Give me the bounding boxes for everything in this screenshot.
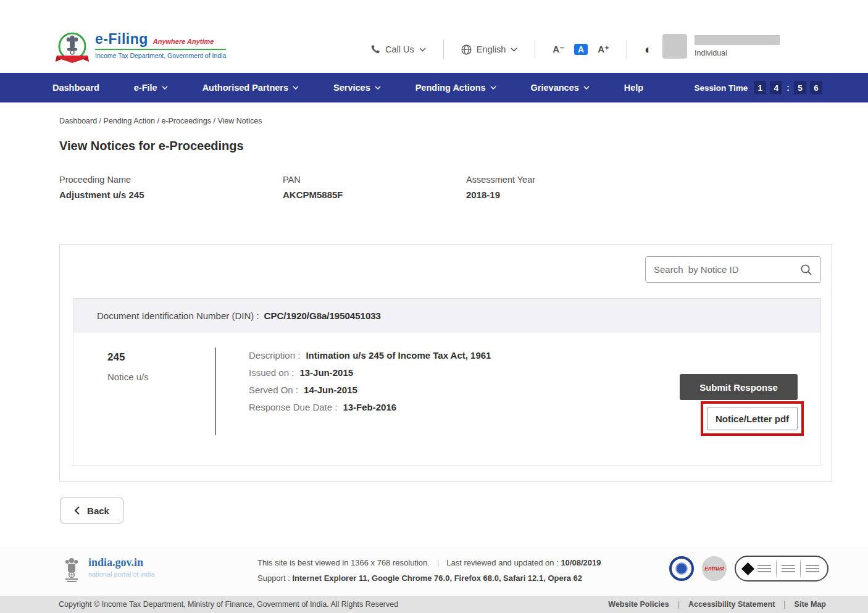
call-us-menu[interactable]: Call Us <box>370 44 426 54</box>
nav-item-help[interactable]: Help <box>624 83 643 93</box>
footer-divider: | <box>437 558 439 567</box>
contrast-toggle-icon[interactable]: ◐ <box>645 43 652 57</box>
india-emblem-icon <box>62 556 81 583</box>
detail-row-served-on: Served On : 14-Jun-2015 <box>249 385 491 402</box>
india-gov-portal[interactable]: india.gov.in national portal of india <box>62 556 155 583</box>
session-digit: 1 <box>754 81 766 94</box>
nav-item-dashboard[interactable]: Dashboard <box>52 83 99 93</box>
chevron-down-icon <box>293 86 299 90</box>
efiling-logo[interactable]: e-Filing Anywhere Anytime Income Tax Dep… <box>56 31 226 68</box>
language-label: English <box>477 44 506 54</box>
iso-cert-badges-icon <box>735 556 828 582</box>
chevron-down-icon <box>419 48 426 52</box>
header-utilities: Call Us English A⁻ A A⁺ ◐ <box>370 37 652 62</box>
assessment-year-value: 2018-19 <box>466 190 535 200</box>
link-separator: | <box>783 600 785 609</box>
vertical-divider <box>215 348 216 435</box>
chevron-down-icon <box>375 86 381 90</box>
notice-section-number: 245 <box>107 351 125 364</box>
pan-value: AKCPM5885F <box>283 190 466 200</box>
call-us-label: Call Us <box>385 44 414 54</box>
copyright-text: Copyright © Income Tax Department, Minis… <box>59 600 608 609</box>
page-title: View Notices for e-Proceedings <box>59 139 244 153</box>
phone-icon <box>370 44 380 54</box>
header: e-Filing Anywhere Anytime Income Tax Dep… <box>0 0 868 73</box>
proceeding-name-field: Proceeding Name Adjustment u/s 245 <box>59 175 283 200</box>
footer-line-1: This site is best viewed in 1366 x 768 r… <box>257 555 601 570</box>
nav-item-services[interactable]: Services <box>333 83 381 93</box>
brand-tagline: Anywhere Anytime <box>153 38 214 45</box>
divider <box>443 40 444 59</box>
session-time-label: Session Time <box>695 83 748 93</box>
breadcrumb[interactable]: Dashboard / Pending Action / e-Proceedin… <box>59 117 262 125</box>
nav-label: Dashboard <box>52 83 99 93</box>
link-site-map[interactable]: Site Map <box>795 600 826 609</box>
brand-name: e-Filing <box>95 31 148 48</box>
portal-tagline: national portal of india <box>88 570 155 578</box>
session-colon: : <box>787 83 790 93</box>
link-accessibility-statement[interactable]: Accessibility Statement <box>688 600 775 609</box>
national-emblem-icon <box>56 31 89 68</box>
link-separator: | <box>678 600 680 609</box>
detail-value: Intimation u/s 245 of Income Tax Act, 19… <box>306 350 491 361</box>
quality-cert-badge-icon <box>669 556 694 581</box>
last-reviewed-date: 10/08/2019 <box>561 558 601 567</box>
nav-item-efile[interactable]: e-File <box>134 83 168 93</box>
redacted-username <box>695 35 780 45</box>
notice-search-box[interactable] <box>645 256 821 283</box>
user-type-label: Individual <box>695 49 780 57</box>
best-viewed-text: This site is best viewed in 1366 x 768 r… <box>257 558 430 567</box>
nav-item-pending-actions[interactable]: Pending Actions <box>415 83 496 93</box>
notice-card: Document Identification Number (DIN) : C… <box>73 298 821 466</box>
back-button[interactable]: Back <box>60 498 123 523</box>
link-website-policies[interactable]: Website Policies <box>608 600 669 609</box>
chevron-down-icon <box>490 86 496 90</box>
assessment-year-field: Assessment Year 2018-19 <box>466 175 535 200</box>
entrust-label: Entrust <box>704 565 724 572</box>
proceeding-info: Proceeding Name Adjustment u/s 245 PAN A… <box>59 175 535 200</box>
font-increase-button[interactable]: A⁺ <box>598 44 609 55</box>
brand-subtitle: Income Tax Department, Government of Ind… <box>95 52 226 59</box>
divider <box>627 40 627 59</box>
search-input[interactable] <box>654 264 800 275</box>
session-digit: 6 <box>810 81 822 94</box>
din-header: Document Identification Number (DIN) : C… <box>73 299 820 333</box>
brand-rule <box>95 49 226 50</box>
support-label: Support : <box>257 573 290 583</box>
divider <box>535 40 535 59</box>
nav-label: Authorised Partners <box>202 83 288 93</box>
footer-info: This site is best viewed in 1366 x 768 r… <box>257 555 601 586</box>
proceeding-name-value: Adjustment u/s 245 <box>59 190 283 200</box>
session-timer: Session Time 1 4 : 5 6 <box>695 81 822 94</box>
chevron-left-icon <box>74 506 80 515</box>
nav-item-authorised-partners[interactable]: Authorised Partners <box>202 83 299 93</box>
back-label: Back <box>87 506 109 516</box>
detail-row-response-due: Response Due Date : 13-Feb-2016 <box>249 402 491 419</box>
nav-item-grievances[interactable]: Grievances <box>531 83 590 93</box>
submit-response-button[interactable]: Submit Response <box>680 374 798 400</box>
font-decrease-button[interactable]: A⁻ <box>553 44 564 55</box>
main-nav: Dashboard e-File Authorised Partners Ser… <box>0 73 868 102</box>
chevron-down-icon <box>162 86 168 90</box>
avatar <box>662 34 687 59</box>
detail-value: 14-Jun-2015 <box>304 385 357 395</box>
detail-label: Response Due Date : <box>249 402 337 412</box>
pan-field: PAN AKCPM5885F <box>283 175 466 200</box>
user-profile[interactable]: Individual <box>662 34 780 59</box>
nav-label: e-File <box>134 83 157 93</box>
detail-value: 13-Jun-2015 <box>299 367 353 378</box>
din-label: Document Identification Number (DIN) : <box>97 311 259 321</box>
detail-value: 13-Feb-2016 <box>343 402 396 412</box>
footer-links: Website Policies | Accessibility Stateme… <box>608 600 826 609</box>
notice-letter-pdf-button[interactable]: Notice/Letter pdf <box>707 407 798 430</box>
search-icon[interactable] <box>800 264 812 276</box>
detail-label: Issued on : <box>249 367 294 378</box>
font-default-button[interactable]: A <box>574 44 588 55</box>
highlight-annotation: Notice/Letter pdf <box>701 401 804 436</box>
language-menu[interactable]: English <box>461 44 518 55</box>
detail-label: Description : <box>249 350 300 361</box>
iso-diamond-icon <box>741 562 754 575</box>
support-browsers: Internet Explorer 11, Google Chrome 76.0… <box>292 573 582 583</box>
pan-label: PAN <box>283 175 466 185</box>
proceeding-name-label: Proceeding Name <box>59 175 283 185</box>
